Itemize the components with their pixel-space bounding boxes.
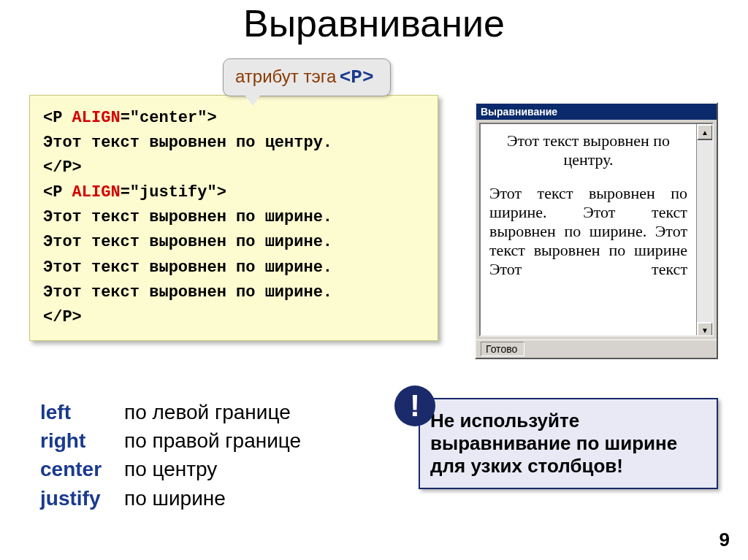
page-number: 9: [720, 529, 730, 551]
viewport-content: Этот текст выровнен по центру. Этот текс…: [481, 124, 696, 286]
code-line: <P: [43, 183, 72, 202]
callout-bubble: атрибут тэга <P>: [223, 58, 391, 96]
window-titlebar: Выравнивание: [476, 104, 717, 120]
preview-window: Выравнивание Этот текст выровнен по цент…: [475, 102, 718, 359]
scroll-track[interactable]: [697, 140, 712, 322]
callout-text: атрибут тэга: [235, 66, 336, 86]
align-desc: по центру: [124, 458, 217, 480]
scroll-down-icon[interactable]: [697, 322, 713, 337]
callout-tail: [245, 96, 260, 106]
align-kw-left: left: [40, 398, 124, 426]
scrollbar[interactable]: [696, 124, 712, 337]
code-line: ="justify">: [121, 183, 226, 202]
code-box: <P ALIGN="center"> Этот текст выровнен п…: [29, 95, 438, 341]
code-line: Этот текст выровнен по центру.: [43, 131, 424, 156]
code-attr: ALIGN: [72, 183, 121, 202]
warning-box: Не используйте выравнивание по ширине дл…: [419, 398, 718, 489]
viewport: Этот текст выровнен по центру. Этот текс…: [479, 123, 714, 337]
code-line: <P: [43, 109, 72, 127]
paragraph-justify: Этот текст выровнен по ширине. Этот текс…: [489, 184, 687, 279]
code-line: Этот текст выровнен по ширине.: [43, 230, 424, 255]
code-line: </P>: [43, 156, 424, 180]
status-bar: Готово: [476, 340, 717, 358]
code-line: </P>: [43, 305, 424, 330]
page-title: Выравнивание: [0, 0, 748, 45]
align-desc: по правой границе: [124, 429, 301, 452]
align-kw-right: right: [40, 426, 124, 455]
warning-icon: !: [394, 386, 435, 426]
code-attr: ALIGN: [72, 109, 121, 127]
callout-tag: <P>: [340, 66, 374, 88]
code-line: ="center">: [121, 109, 217, 127]
align-desc: по левой границе: [124, 401, 291, 423]
code-line: Этот текст выровнен по ширине.: [43, 205, 424, 230]
align-kw-justify: justify: [40, 484, 124, 513]
code-line: Этот текст выровнен по ширине.: [43, 256, 424, 280]
align-options-list: leftпо левой границе rightпо правой гран…: [40, 398, 301, 513]
align-kw-center: center: [40, 455, 124, 483]
paragraph-center: Этот текст выровнен по центру.: [489, 131, 687, 169]
align-desc: по ширине: [124, 487, 226, 510]
scroll-up-icon[interactable]: [697, 124, 713, 140]
code-line: Этот текст выровнен по ширине.: [43, 280, 424, 305]
status-text: Готово: [481, 342, 524, 356]
